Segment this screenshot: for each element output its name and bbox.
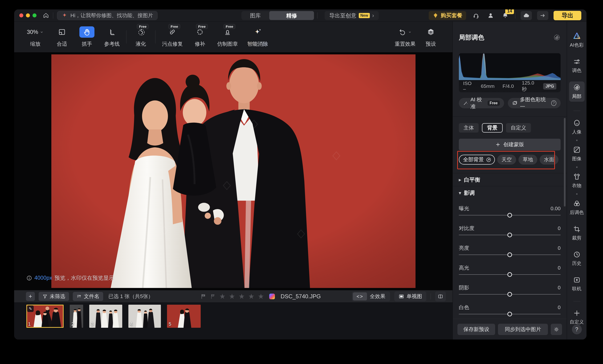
star-rating-icon[interactable]: ★ — [239, 293, 245, 300]
divider — [573, 301, 580, 301]
patch-tool[interactable]: Free 修补 — [187, 26, 212, 47]
tab-retouch[interactable]: 精修 — [269, 11, 314, 20]
color-label-chip[interactable] — [269, 294, 275, 299]
sync-to-selected-button[interactable]: 同步到选中图片 — [498, 324, 548, 335]
thumbnail-1[interactable]: ✎ 1 — [26, 305, 64, 328]
close-window-button[interactable] — [19, 13, 23, 17]
cloud-sync-button[interactable] — [521, 11, 532, 20]
histogram: ISO – 65mm F/4.0 125.0秒 JPG — [459, 53, 561, 92]
all-effects-toggle[interactable]: <> 全效果 — [352, 292, 390, 301]
thumbnail-number: 5 — [169, 321, 171, 327]
rail-item-portrait[interactable]: 人像 — [569, 117, 585, 137]
slider-track[interactable] — [459, 272, 561, 278]
slider-track[interactable] — [459, 311, 561, 317]
rail-item-clothes[interactable]: 衣物 — [569, 171, 585, 191]
slider-track[interactable] — [459, 291, 561, 297]
create-mask-button[interactable]: 创建蒙版 — [459, 139, 561, 150]
share-export-button[interactable] — [537, 11, 548, 20]
background-mask-chips: 全部背景 天空 草地 水面 — [459, 155, 561, 165]
mask-tab-subject[interactable]: 主体 — [459, 123, 479, 133]
white-balance-section-header[interactable]: ▸ 白平衡 — [453, 173, 567, 186]
slider-thumb[interactable] — [507, 233, 512, 237]
liquify-tool[interactable]: Free 液化 — [128, 26, 153, 47]
sort-by-filename-button[interactable]: 文件名 — [73, 292, 103, 301]
slider-thumb[interactable] — [507, 252, 512, 257]
rail-item-post-color[interactable]: 后调色 — [569, 198, 585, 218]
preview-size-link[interactable]: 4000px — [35, 275, 52, 281]
flag-pick-icon[interactable] — [200, 293, 207, 299]
rail-item-tethering[interactable]: 联机 — [569, 274, 585, 294]
thumbnail-2[interactable]: 2 — [70, 305, 83, 328]
panel-scroll-area: 主体 背景 自定义 创建蒙版 全部背景 天空 — [453, 116, 567, 319]
reset-effects-button[interactable]: 重置效果 — [391, 26, 419, 47]
guides-tool[interactable]: 参考线 — [99, 26, 124, 47]
tshirt-icon — [573, 173, 581, 181]
flag-reject-icon[interactable] — [210, 293, 216, 299]
photo-canvas[interactable]: 4000px 预览，水印仅在预览显示 — [14, 52, 452, 290]
divider — [126, 30, 127, 44]
current-filename: DSC_5740.JPG — [280, 293, 321, 300]
slider-thumb[interactable] — [507, 213, 512, 217]
multi-photo-color-unify-button[interactable]: 多图色彩统一 ? — [508, 98, 561, 108]
slider-track[interactable] — [459, 232, 561, 238]
save-preset-button[interactable]: 保存新预设 — [457, 324, 495, 335]
slider-track[interactable] — [459, 212, 561, 218]
chip-grass[interactable]: 草地 — [518, 155, 537, 165]
account-icon[interactable] — [486, 11, 495, 20]
support-headset-icon[interactable] — [471, 11, 481, 20]
slider-thumb[interactable] — [507, 272, 512, 277]
buy-plan-button[interactable]: 购买套餐 — [429, 11, 466, 20]
ai-assistant-search[interactable]: Hi，让我帮你修图、找功能、搜图片 — [57, 11, 158, 20]
zoom-window-button[interactable] — [33, 13, 36, 17]
minimize-window-button[interactable] — [26, 13, 30, 17]
thumbnail-5[interactable]: 5 — [167, 305, 201, 328]
spot-heal-tool[interactable]: Free 污点修复 — [157, 26, 187, 47]
tab-library[interactable]: 图库 — [242, 11, 269, 20]
buy-plan-label: 购买套餐 — [441, 12, 462, 19]
slider-thumb[interactable] — [507, 292, 512, 297]
slider-thumb[interactable] — [507, 312, 512, 317]
star-rating-icon[interactable]: ★ — [248, 293, 255, 300]
rail-item-image[interactable]: 图像 — [569, 144, 585, 164]
slider-track[interactable] — [459, 252, 561, 258]
export-button[interactable]: 导出 — [554, 11, 581, 20]
thumbnail-4[interactable]: 4 — [128, 305, 161, 328]
chip-sky[interactable]: 天空 — [497, 155, 516, 165]
rail-item-color-grading[interactable]: 调色 — [569, 56, 585, 76]
star-rating-icon[interactable]: ★ — [219, 293, 226, 300]
divider — [155, 30, 155, 44]
mask-overlay-toggle-icon[interactable] — [553, 34, 561, 41]
mask-tab-background[interactable]: 背景 — [482, 123, 503, 133]
rail-item-ai-color[interactable]: AI色彩 — [569, 30, 585, 50]
add-photos-button[interactable]: + — [26, 292, 35, 301]
rail-item-crop[interactable]: 裁剪 — [569, 223, 585, 243]
ai-calibrate-button[interactable]: AI 校准 Free — [459, 98, 504, 108]
mask-tab-custom[interactable]: 自定义 — [506, 123, 531, 133]
sync-settings-gear-button[interactable] — [551, 324, 562, 335]
presets-button[interactable]: 预设 — [419, 26, 443, 47]
fit-view-tool[interactable]: 合适 — [49, 26, 74, 47]
thumbnail-3[interactable]: 3 — [89, 305, 122, 328]
filter-button[interactable]: 未筛选 — [39, 292, 69, 301]
help-button[interactable]: ? — [572, 324, 582, 334]
free-badge: Free — [137, 24, 149, 29]
mode-tabs: 图库 精修 导出至创意 New › — [242, 11, 379, 20]
star-rating-icon[interactable]: ★ — [229, 293, 235, 300]
slider-value: 0 — [558, 304, 561, 311]
zoom-level-dropdown[interactable]: 30% 缩放 — [21, 26, 49, 47]
hand-pan-tool[interactable]: 抓手 — [74, 26, 99, 47]
rail-item-history[interactable]: 历史 — [569, 249, 585, 269]
chip-all-background[interactable]: 全部背景 — [459, 155, 495, 165]
export-to-creative-button[interactable]: 导出至创意 New › — [325, 11, 379, 20]
rail-item-local[interactable]: 局部 — [569, 81, 585, 102]
chip-water[interactable]: 水面 — [540, 155, 558, 165]
home-icon[interactable] — [43, 12, 49, 19]
panel-scrollbar[interactable] — [564, 118, 566, 206]
clone-stamp-tool[interactable]: Free 仿制图章 — [212, 26, 243, 47]
ai-erase-tool[interactable]: 智能消除 — [243, 26, 273, 47]
tone-section-header[interactable]: ▾ 影调 — [459, 186, 561, 199]
single-view-button[interactable]: 单视图 — [394, 292, 426, 301]
notifications-bell-icon[interactable]: 14 — [500, 11, 510, 20]
split-view-button[interactable] — [435, 292, 446, 301]
star-rating-icon[interactable]: ★ — [258, 293, 264, 300]
